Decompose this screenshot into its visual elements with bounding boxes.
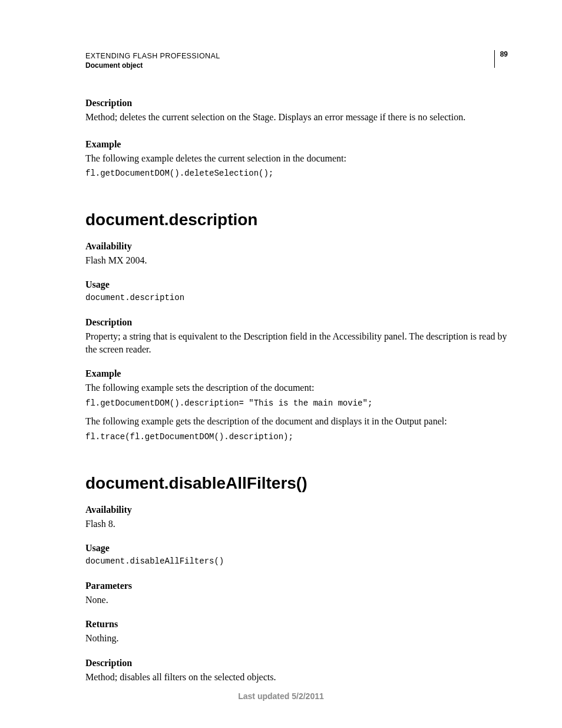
footer-text: Last updated 5/2/2011 — [0, 691, 562, 701]
api-heading-disableallfilters: document.disableAllFilters() — [85, 474, 508, 493]
usage-code: document.disableAllFilters() — [85, 556, 508, 568]
example-code: fl.trace(fl.getDocumentDOM().description… — [85, 431, 508, 443]
returns-text: Nothing. — [85, 632, 508, 645]
availability-text: Flash MX 2004. — [85, 254, 508, 267]
usage-label: Usage — [85, 279, 508, 290]
description-text: Method; disables all filters on the sele… — [85, 671, 508, 684]
example-text: The following example sets the descripti… — [85, 381, 508, 394]
usage-label: Usage — [85, 543, 508, 554]
example-text: The following example deletes the curren… — [85, 152, 508, 165]
header-title: EXTENDING FLASH PROFESSIONAL — [85, 52, 508, 60]
description-text: Property; a string that is equivalent to… — [85, 330, 508, 355]
page-container: EXTENDING FLASH PROFESSIONAL Document ob… — [0, 0, 562, 728]
availability-label: Availability — [85, 241, 508, 252]
example-label: Example — [85, 139, 508, 150]
example-code: fl.getDocumentDOM().description= "This i… — [85, 398, 508, 410]
example-label: Example — [85, 368, 508, 379]
header-subtitle: Document object — [85, 61, 508, 70]
example-text: The following example gets the descripti… — [85, 415, 508, 428]
parameters-text: None. — [85, 594, 508, 607]
example-code: fl.getDocumentDOM().deleteSelection(); — [85, 168, 508, 180]
availability-text: Flash 8. — [85, 518, 508, 531]
description-text: Method; deletes the current selection on… — [85, 111, 508, 124]
description-label: Description — [85, 98, 508, 108]
page-header: EXTENDING FLASH PROFESSIONAL Document ob… — [85, 52, 508, 70]
usage-code: document.description — [85, 292, 508, 304]
page-number: 89 — [500, 50, 508, 58]
availability-label: Availability — [85, 505, 508, 515]
description-label: Description — [85, 658, 508, 668]
description-label: Description — [85, 317, 508, 328]
returns-label: Returns — [85, 619, 508, 630]
api-heading-description: document.description — [85, 210, 508, 229]
page-number-rule — [494, 50, 495, 68]
parameters-label: Parameters — [85, 581, 508, 591]
